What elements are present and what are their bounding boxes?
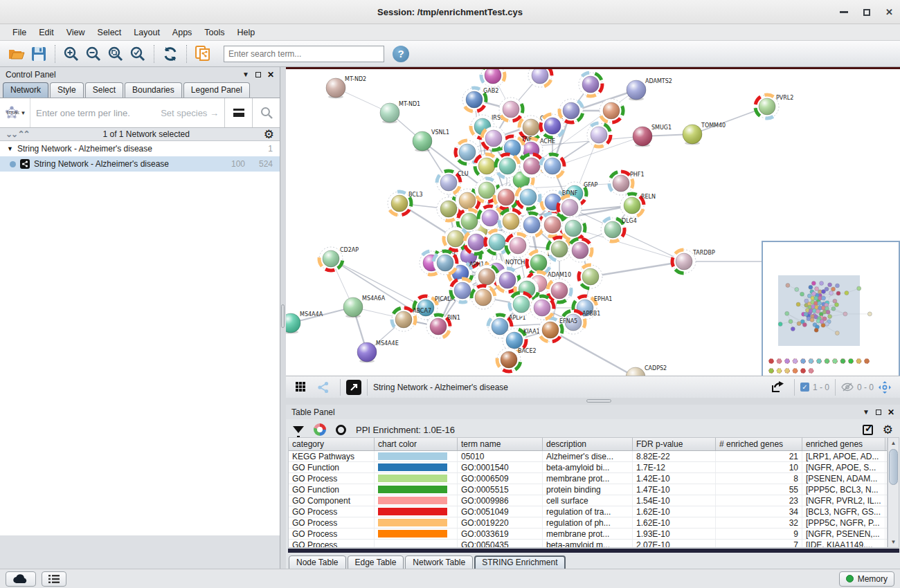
protein-node[interactable]: ABCA7	[392, 308, 431, 331]
table-row[interactable]: GO ComponentGO:0009986cell surface1.54E-…	[289, 495, 887, 506]
string-term-input[interactable]: Enter one term per line. Set species →	[30, 98, 224, 127]
protein-node[interactable]	[579, 265, 602, 288]
horizontal-scrollbar[interactable]	[288, 549, 899, 553]
protein-node[interactable]	[520, 154, 543, 178]
splitter-grip[interactable]	[281, 304, 285, 328]
protein-node[interactable]: MT-ND2	[326, 76, 366, 99]
vertical-scrollbar[interactable]: ▲ ▼	[888, 437, 899, 548]
tab-legend-panel[interactable]: Legend Panel	[183, 82, 250, 98]
chart-settings-icon[interactable]	[314, 423, 326, 436]
remove-chart-icon[interactable]	[336, 425, 346, 435]
protein-node[interactable]	[568, 239, 592, 262]
gear-icon[interactable]: ⚙	[264, 129, 274, 140]
protein-node[interactable]	[516, 185, 540, 209]
tab-boundaries[interactable]: Boundaries	[125, 82, 182, 98]
string-protein-query-button[interactable]: STRING ▼	[0, 98, 30, 127]
tab-node-table[interactable]: Node Table	[289, 555, 346, 570]
table-row[interactable]: GO ProcessGO:0019220regulation of ph...1…	[289, 517, 887, 529]
zoom-fit-button[interactable]	[105, 44, 127, 64]
tab-string-enrichment[interactable]: STRING Enrichment	[474, 555, 565, 570]
protein-node[interactable]	[433, 251, 457, 275]
column-header-enriched-genes[interactable]: enriched genes	[802, 438, 885, 450]
protein-node[interactable]	[541, 213, 564, 237]
protein-node[interactable]: ADAMTS2	[627, 78, 672, 101]
collapse-all-icon[interactable]: ⌄⌄ ⌃⌃	[6, 129, 29, 139]
table-row[interactable]: GO ProcessGO:0050435beta-amyloid m...2.0…	[289, 540, 887, 547]
column-header-description[interactable]: description	[543, 438, 633, 450]
protein-node[interactable]: BCL3	[388, 192, 422, 215]
memory-button[interactable]: Memory	[839, 571, 894, 587]
network-row[interactable]: String Network - Alzheimer's disease 100…	[0, 156, 280, 172]
protein-node[interactable]: MT-ND1	[380, 101, 420, 124]
protein-node[interactable]	[587, 123, 611, 147]
protein-node[interactable]: MS4A4A	[286, 311, 323, 334]
menu-item-select[interactable]: Select	[92, 26, 127, 39]
protein-node[interactable]	[548, 279, 571, 302]
menu-item-tools[interactable]: Tools	[199, 26, 230, 39]
zoom-selected-button[interactable]	[127, 44, 149, 64]
protein-node[interactable]	[600, 99, 623, 122]
table-row[interactable]: GO ProcessGO:0033619membrane prot...1.93…	[289, 529, 887, 540]
protein-node[interactable]	[510, 293, 533, 316]
zoom-in-button[interactable]	[60, 44, 82, 64]
panel-menu-icon[interactable]: ▼	[863, 408, 870, 416]
protein-node[interactable]	[541, 154, 564, 178]
gear-icon[interactable]: ⚙	[883, 424, 893, 436]
network-collection-row[interactable]: ▼ String Network - Alzheimer's disease 1	[0, 141, 280, 156]
column-header-category[interactable]: category	[289, 438, 375, 450]
protein-node[interactable]	[496, 154, 519, 178]
protein-node[interactable]	[559, 99, 583, 122]
query-options-button[interactable]	[224, 98, 252, 127]
protein-node[interactable]: TOMM40	[683, 122, 726, 145]
zoom-out-button[interactable]	[82, 44, 105, 64]
close-panel-icon[interactable]: ✕	[267, 70, 274, 80]
maximize-icon[interactable]	[863, 9, 870, 16]
cloud-button[interactable]	[6, 571, 36, 587]
column-header-FDR-p-value[interactable]: FDR p-value	[633, 438, 716, 450]
grid-view-button[interactable]	[290, 377, 312, 398]
protein-node[interactable]	[561, 217, 585, 240]
column-header-term-name[interactable]: term name	[458, 438, 543, 450]
save-session-button[interactable]	[28, 44, 50, 64]
protein-node[interactable]: DLG4	[601, 218, 637, 241]
protein-node[interactable]: PHF1	[609, 172, 645, 195]
menu-item-apps[interactable]: Apps	[167, 26, 198, 39]
close-icon[interactable]: ✕	[885, 8, 893, 17]
task-history-button[interactable]	[42, 571, 66, 587]
menu-item-edit[interactable]: Edit	[33, 26, 60, 39]
protein-node[interactable]: CD2AP	[319, 247, 359, 270]
protein-node[interactable]: MS4A4E	[357, 340, 399, 363]
protein-node[interactable]	[482, 127, 505, 150]
table-row[interactable]: GO ProcessGO:0051049regulation of tra...…	[289, 506, 887, 517]
protein-node[interactable]	[520, 213, 543, 237]
protein-node[interactable]	[530, 296, 554, 320]
panel-menu-icon[interactable]: ▼	[242, 71, 249, 78]
menu-item-file[interactable]: File	[7, 26, 32, 39]
refresh-button[interactable]	[159, 44, 181, 64]
search-input[interactable]	[224, 46, 384, 62]
export-network-button[interactable]	[766, 377, 789, 398]
protein-node[interactable]: BACE2	[497, 348, 537, 371]
open-session-button[interactable]	[6, 44, 28, 64]
detach-view-button[interactable]	[346, 380, 361, 395]
protein-node[interactable]	[481, 69, 505, 87]
splitter-grip[interactable]	[586, 399, 611, 403]
set-species-hint[interactable]: Set species →	[161, 108, 219, 118]
menu-item-view[interactable]: View	[61, 26, 91, 39]
help-icon[interactable]: ?	[393, 46, 409, 62]
scroll-down-icon[interactable]: ▼	[888, 537, 899, 547]
birdseye-toggle-button[interactable]	[874, 377, 896, 398]
protein-node[interactable]	[451, 279, 474, 302]
tab-network-table[interactable]: Network Table	[405, 555, 473, 570]
protein-node[interactable]: BIN1	[426, 315, 460, 338]
protein-node[interactable]	[471, 286, 495, 309]
protein-node[interactable]	[579, 73, 602, 96]
tab-network[interactable]: Network	[3, 82, 48, 98]
float-panel-icon[interactable]	[876, 410, 881, 415]
menu-item-help[interactable]: Help	[232, 26, 261, 39]
network-canvas[interactable]: MT-ND2MT-ND1VSNL1GAB2IRS1SMUG1TOMM40PVRL…	[286, 67, 900, 376]
protein-node[interactable]: GAB2	[462, 88, 498, 111]
protein-node[interactable]	[499, 210, 523, 233]
protein-node[interactable]	[499, 98, 523, 121]
table-row[interactable]: GO FunctionGO:0001540beta-amyloid bi...1…	[289, 462, 887, 473]
